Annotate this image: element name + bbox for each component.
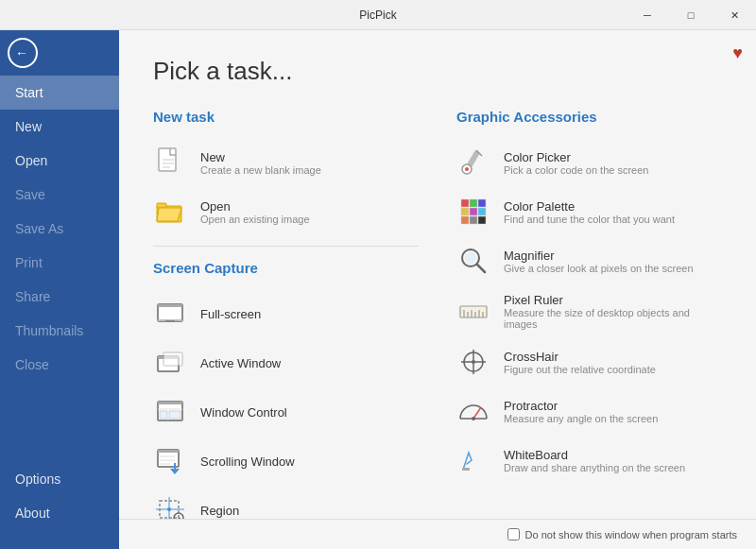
back-button-area[interactable]: ← <box>0 30 119 76</box>
color-palette-desc: Find and tune the color that you want <box>504 214 675 225</box>
scrolling-window-icon <box>153 444 187 478</box>
color-picker-icon <box>456 146 490 180</box>
task-pixel-ruler[interactable]: Pixel Ruler Measure the size of desktop … <box>456 285 722 337</box>
task-region[interactable]: Region <box>153 486 419 519</box>
dont-show-checkbox[interactable] <box>507 528 520 540</box>
left-column: New task <box>153 109 419 519</box>
region-label: Region <box>200 504 239 518</box>
task-new[interactable]: New Create a new blank image <box>153 138 419 187</box>
task-color-palette[interactable]: Color Palette Find and tune the color th… <box>456 187 722 236</box>
sidebar-item-share[interactable]: Share <box>0 280 119 314</box>
new-task-section-title: New task <box>153 109 419 125</box>
svg-point-28 <box>167 507 171 511</box>
sidebar-item-about[interactable]: About <box>0 496 119 530</box>
crosshair-icon <box>456 345 490 379</box>
new-desc: Create a new blank image <box>200 164 321 176</box>
app-title: PicPick <box>359 9 396 22</box>
sidebar: ← Start New Open Save Save As Print <box>0 30 119 549</box>
task-crosshair[interactable]: CrossHair Figure out the relative coordi… <box>456 337 722 386</box>
svg-rect-40 <box>461 199 469 207</box>
dont-show-checkbox-label[interactable]: Do not show this window when program sta… <box>507 528 737 540</box>
active-window-icon <box>153 346 187 380</box>
color-picker-desc: Pick a color code on the screen <box>504 164 648 176</box>
svg-rect-44 <box>470 208 477 215</box>
svg-rect-16 <box>160 411 167 419</box>
color-palette-label: Color Palette <box>504 199 675 214</box>
sidebar-item-thumbnails[interactable]: Thumbnails <box>0 314 119 348</box>
svg-point-38 <box>465 167 469 171</box>
open-icon <box>153 195 187 229</box>
graphic-accessories-section-title: Graphic Accessories <box>456 109 722 125</box>
task-open[interactable]: Open Open an existing image <box>153 187 419 236</box>
whiteboard-desc: Draw and share anything on the screen <box>504 462 685 473</box>
title-bar: PicPick ─ □ ✕ <box>0 0 756 30</box>
open-label: Open <box>200 199 310 214</box>
app-container: ← Start New Open Save Save As Print <box>0 30 756 549</box>
protractor-desc: Measure any angle on the screen <box>504 413 658 424</box>
svg-line-50 <box>477 265 485 272</box>
svg-rect-12 <box>163 352 182 366</box>
bottom-bar: Do not show this window when program sta… <box>119 519 756 549</box>
screen-capture-section-title: Screen Capture <box>153 260 419 276</box>
whiteboard-label: WhiteBoard <box>504 448 685 462</box>
task-fullscreen[interactable]: Full-screen <box>153 289 419 338</box>
task-scrolling-window[interactable]: Scrolling Window <box>153 437 419 486</box>
svg-rect-43 <box>461 208 469 215</box>
sidebar-bottom: Options About <box>0 462 119 549</box>
svg-rect-5 <box>157 203 166 208</box>
svg-point-51 <box>465 252 476 264</box>
svg-rect-48 <box>478 216 486 224</box>
region-icon <box>153 493 187 519</box>
sidebar-item-save-as[interactable]: Save As <box>0 212 119 246</box>
task-magnifier[interactable]: Magnifier Give a closer look at pixels o… <box>456 236 722 285</box>
magnifier-desc: Give a closer look at pixels on the scre… <box>504 263 694 274</box>
window-control-label: Window Control <box>200 405 287 420</box>
sidebar-item-start[interactable]: Start <box>0 76 119 110</box>
window-controls: ─ □ ✕ <box>626 0 756 30</box>
sidebar-item-print[interactable]: Print <box>0 246 119 280</box>
pixel-ruler-icon <box>456 295 490 329</box>
sidebar-item-open[interactable]: Open <box>0 144 119 178</box>
color-picker-label: Color Picker <box>504 150 648 164</box>
sidebar-item-save[interactable]: Save <box>0 178 119 212</box>
svg-marker-23 <box>170 469 180 474</box>
content-columns: New task <box>153 109 722 519</box>
fullscreen-icon <box>153 297 187 331</box>
svg-rect-46 <box>461 216 469 224</box>
svg-rect-17 <box>169 411 180 419</box>
sidebar-item-new[interactable]: New <box>0 110 119 144</box>
minimize-button[interactable]: ─ <box>626 0 669 30</box>
task-protractor[interactable]: Protractor Measure any angle on the scre… <box>456 386 722 436</box>
window-control-icon <box>153 395 187 429</box>
back-button[interactable]: ← <box>8 38 38 68</box>
crosshair-desc: Figure out the relative coordinate <box>504 364 656 375</box>
new-icon <box>153 146 187 180</box>
svg-point-65 <box>472 417 475 420</box>
svg-rect-66 <box>462 468 470 471</box>
sidebar-item-close[interactable]: Close <box>0 348 119 382</box>
heart-icon: ♥ <box>732 43 743 63</box>
open-desc: Open an existing image <box>200 214 310 225</box>
protractor-icon <box>456 394 490 428</box>
sidebar-item-options[interactable]: Options <box>0 462 119 496</box>
color-palette-icon <box>456 195 490 229</box>
task-color-picker[interactable]: Color Picker Pick a color code on the sc… <box>456 138 722 187</box>
scrolling-window-label: Scrolling Window <box>200 455 295 469</box>
svg-point-62 <box>472 360 475 364</box>
maximize-button[interactable]: □ <box>669 0 713 30</box>
svg-rect-19 <box>158 450 179 453</box>
whiteboard-icon <box>456 443 490 477</box>
close-button[interactable]: ✕ <box>713 0 756 30</box>
back-arrow-icon: ← <box>15 45 28 60</box>
crosshair-label: CrossHair <box>504 350 656 364</box>
svg-rect-47 <box>470 216 477 224</box>
svg-rect-42 <box>478 199 486 207</box>
svg-rect-14 <box>158 402 182 404</box>
task-window-control[interactable]: Window Control <box>153 387 419 437</box>
task-whiteboard[interactable]: WhiteBoard Draw and share anything on th… <box>456 436 722 485</box>
protractor-label: Protractor <box>504 399 658 413</box>
section-divider <box>153 246 419 247</box>
svg-rect-7 <box>158 304 182 307</box>
task-active-window[interactable]: Active Window <box>153 338 419 387</box>
svg-rect-45 <box>478 208 486 215</box>
